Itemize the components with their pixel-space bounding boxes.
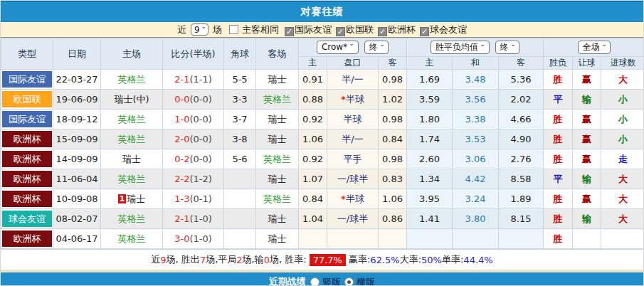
outcome-cell: 胜: [544, 70, 573, 90]
col-score: 比分(半场): [163, 38, 224, 70]
goals-result-cell: [601, 229, 644, 249]
wpl-home-cell: 1.41: [407, 209, 453, 229]
odds-home-cell: 0.92: [299, 149, 327, 169]
type-cell: 欧洲杯: [1, 169, 53, 189]
away-team-cell: 瑞士: [256, 229, 299, 249]
odds-away-cell: 0.83: [379, 169, 407, 189]
competition-badge: 欧洲杯: [2, 191, 52, 207]
layout-radio[interactable]: [344, 277, 354, 286]
odds-away-cell: 0.86: [379, 209, 407, 229]
wpl-draw-cell: 3.38: [453, 110, 499, 129]
score-cell: 1-0(0-0): [163, 110, 224, 129]
wpl-source-select[interactable]: 胜平负均值˅: [431, 41, 490, 54]
wpl-away-cell: 2.76: [499, 149, 544, 169]
wpl-draw-cell: 3.53: [453, 129, 499, 149]
recent-results-label: 近期战绩: [269, 275, 306, 286]
outcome-cell: 平: [544, 169, 573, 189]
type-cell: 球会友谊: [1, 209, 53, 229]
odds-stage-select[interactable]: 终˅: [364, 41, 389, 54]
outcome-cell: 胜: [544, 189, 573, 209]
handicap-cell: [327, 229, 379, 249]
chevron-down-icon: ˅: [201, 26, 206, 33]
wpl-home-cell: 1.80: [407, 110, 453, 129]
league-checkbox[interactable]: ✓: [420, 27, 429, 36]
league-checkbox[interactable]: ✓: [336, 27, 345, 36]
red-card-badge: 1: [118, 194, 127, 203]
head-to-head-panel: 对赛往绩 近 9˅ 场 主客相同 ✓国际友谊✓欧国联✓欧洲杯✓球会友谊 类型 日…: [0, 0, 644, 286]
type-cell: 国际友谊: [1, 110, 53, 129]
competition-badge: 欧国联: [2, 91, 52, 107]
home-team-cell: 瑞士(中): [101, 90, 163, 110]
handicap-cell: 半/一: [327, 70, 379, 90]
home-team-cell: 英格兰: [101, 70, 163, 90]
h2h-table: 类型 日期 主场 比分(半场) 角球 客场 Crow*˅终˅ 胜平负均值˅终˅ …: [1, 38, 644, 249]
type-cell: 欧洲杯: [1, 229, 53, 249]
odds-home-cell: 0.92: [299, 110, 327, 129]
type-cell: 欧洲杯: [1, 149, 53, 169]
competition-badge: 球会友谊: [2, 211, 52, 227]
home-team-cell: 英格兰: [101, 110, 163, 129]
match-count-select[interactable]: 9˅: [191, 23, 208, 36]
summary-text: 9: [160, 255, 166, 265]
handicap-cell: 一/球半: [327, 209, 379, 229]
odds-away-cell: 1.02: [379, 90, 407, 110]
odds-away-cell: 0.98: [379, 149, 407, 169]
away-team-cell: 瑞士: [256, 209, 299, 229]
rate-value: 62.5%: [370, 255, 399, 265]
panel-title: 对赛往绩: [301, 6, 344, 18]
wpl-draw-cell: 3.80: [453, 209, 499, 229]
chevron-down-icon: ˅: [511, 44, 515, 51]
outcome-cell: 胜: [544, 110, 573, 129]
league-label: 欧国联: [346, 24, 374, 35]
wpl-stage-select[interactable]: 终˅: [495, 41, 520, 54]
handicap-result-cell: [573, 229, 601, 249]
period-select[interactable]: 全场˅: [578, 41, 611, 54]
wpl-away-cell: 5.36: [499, 70, 544, 90]
same-venue-checkbox[interactable]: [229, 25, 238, 34]
score-cell: 2-1(1-1): [163, 70, 224, 90]
table-row: 球会友谊08-02-07英格兰2-1(1-0)瑞士1.04一/球半0.861.4…: [1, 209, 644, 229]
goals-result-cell: 大: [601, 209, 644, 229]
handicap-cell: 平手: [327, 149, 379, 169]
wpl-draw-cell: 3.24: [453, 189, 499, 209]
footer-bar: 近期战绩 竖版 横版: [1, 272, 643, 286]
bookmaker-select[interactable]: Crow*˅: [317, 41, 359, 54]
summary-text: 7: [200, 255, 206, 265]
competition-badge: 欧洲杯: [2, 131, 52, 147]
col-date: 日期: [53, 38, 101, 70]
table-row: 国际友谊22-03-27英格兰2-1(1-1)5-5瑞士0.91半/一0.981…: [1, 70, 644, 90]
competition-badge: 国际友谊: [2, 111, 52, 127]
col-res-outcome: 胜负: [544, 57, 573, 70]
summary-text: 场, 胜率:: [270, 253, 307, 266]
summary-text: 场, 胜出: [167, 253, 200, 266]
wpl-draw-cell: [453, 229, 499, 249]
handicap-result-cell: 赢: [573, 129, 601, 149]
chevron-down-icon: ˅: [480, 44, 485, 51]
wpl-home-cell: [407, 229, 453, 249]
layout-radio[interactable]: [310, 277, 320, 286]
panel-title-bar: 对赛往绩: [1, 1, 643, 22]
home-team-cell: 英格兰: [101, 169, 163, 189]
home-team-cell: 瑞士: [101, 149, 163, 169]
handicap-cell: 半/一: [327, 129, 379, 149]
goals-result-cell: 大: [601, 70, 644, 90]
corner-cell: 3-7: [224, 110, 256, 129]
wpl-home-cell: 1.34: [407, 169, 453, 189]
league-checkbox[interactable]: ✓: [378, 27, 387, 36]
corner-cell: 3-3: [224, 90, 256, 110]
handicap-cell: 一/球半: [327, 169, 379, 189]
outcome-cell: 胜: [544, 209, 573, 229]
league-checkbox[interactable]: ✓: [285, 27, 294, 36]
rate-label: 大率:: [400, 253, 421, 266]
odds-away-cell: [379, 229, 407, 249]
win-rate-badge: 77.7%: [310, 254, 346, 266]
score-cell: 2-2(1-2): [163, 169, 224, 189]
odds-home-cell: 0.88: [299, 90, 327, 110]
handicap-cell: 半球: [327, 110, 379, 129]
col-home: 主场: [101, 38, 163, 70]
handicap-result-cell: 赢: [573, 149, 601, 169]
away-team-cell: 瑞士: [256, 169, 299, 189]
date-cell: 18-09-12: [53, 110, 101, 129]
chevron-down-icon: ˅: [602, 44, 606, 51]
competition-badge: 国际友谊: [2, 71, 52, 88]
